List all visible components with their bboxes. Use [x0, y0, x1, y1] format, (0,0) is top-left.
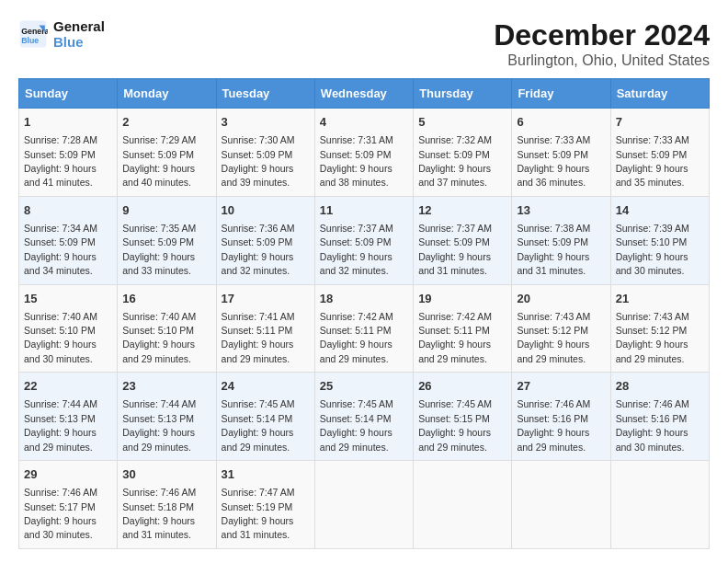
table-row: 11 Sunrise: 7:37 AM Sunset: 5:09 PM Dayl…: [314, 196, 413, 284]
day-number: 15: [24, 291, 112, 307]
daylight-label: Daylight: 9 hours and 31 minutes.: [222, 515, 294, 540]
sunset-info: Sunset: 5:10 PM: [24, 325, 96, 336]
table-row: 6 Sunrise: 7:33 AM Sunset: 5:09 PM Dayli…: [512, 109, 610, 197]
table-row: 30 Sunrise: 7:46 AM Sunset: 5:18 PM Dayl…: [118, 461, 216, 549]
sunset-info: Sunset: 5:14 PM: [222, 413, 293, 424]
day-number: 17: [222, 291, 310, 307]
sunset-info: Sunset: 5:09 PM: [122, 236, 194, 247]
daylight-label: Daylight: 9 hours and 30 minutes.: [616, 427, 688, 452]
calendar-row: 29 Sunrise: 7:46 AM Sunset: 5:17 PM Dayl…: [19, 461, 710, 549]
sunset-info: Sunset: 5:10 PM: [122, 325, 194, 336]
sunrise-info: Sunrise: 7:28 AM: [24, 134, 97, 145]
calendar-row: 1 Sunrise: 7:28 AM Sunset: 5:09 PM Dayli…: [19, 109, 710, 197]
day-number: 19: [418, 291, 506, 307]
day-number: 29: [24, 466, 112, 483]
sunrise-info: Sunrise: 7:46 AM: [24, 487, 97, 498]
daylight-label: Daylight: 9 hours and 30 minutes.: [616, 251, 688, 276]
sunset-info: Sunset: 5:09 PM: [320, 149, 392, 160]
sunset-info: Sunset: 5:09 PM: [24, 236, 96, 247]
col-friday: Friday: [512, 79, 610, 109]
day-number: 28: [616, 378, 704, 395]
daylight-label: Daylight: 9 hours and 29 minutes.: [320, 427, 392, 452]
day-number: 25: [320, 378, 408, 395]
daylight-label: Daylight: 9 hours and 39 minutes.: [222, 163, 294, 188]
daylight-label: Daylight: 9 hours and 29 minutes.: [24, 427, 97, 452]
sunrise-info: Sunrise: 7:40 AM: [24, 311, 97, 322]
table-row: 18 Sunrise: 7:42 AM Sunset: 5:11 PM Dayl…: [314, 284, 413, 373]
sunset-info: Sunset: 5:09 PM: [517, 149, 588, 160]
calendar-row: 22 Sunrise: 7:44 AM Sunset: 5:13 PM Dayl…: [19, 373, 710, 461]
table-row: [314, 461, 413, 549]
daylight-label: Daylight: 9 hours and 38 minutes.: [320, 163, 392, 188]
table-row: 21 Sunrise: 7:43 AM Sunset: 5:12 PM Dayl…: [610, 284, 709, 373]
sunrise-info: Sunrise: 7:31 AM: [320, 134, 393, 145]
sunset-info: Sunset: 5:14 PM: [320, 413, 392, 424]
daylight-label: Daylight: 9 hours and 32 minutes.: [320, 251, 392, 276]
calendar-row: 15 Sunrise: 7:40 AM Sunset: 5:10 PM Dayl…: [19, 284, 710, 373]
sunrise-info: Sunrise: 7:46 AM: [517, 398, 590, 409]
sunrise-info: Sunrise: 7:43 AM: [517, 311, 590, 322]
sunrise-info: Sunrise: 7:33 AM: [517, 134, 590, 145]
col-monday: Monday: [118, 79, 216, 109]
table-row: 13 Sunrise: 7:38 AM Sunset: 5:09 PM Dayl…: [512, 196, 610, 284]
daylight-label: Daylight: 9 hours and 40 minutes.: [122, 163, 195, 188]
daylight-label: Daylight: 9 hours and 34 minutes.: [24, 251, 97, 276]
sunset-info: Sunset: 5:17 PM: [24, 501, 96, 512]
sunset-info: Sunset: 5:10 PM: [616, 236, 688, 247]
sunset-info: Sunset: 5:09 PM: [320, 236, 392, 247]
day-number: 21: [616, 291, 704, 307]
table-row: 15 Sunrise: 7:40 AM Sunset: 5:10 PM Dayl…: [19, 284, 118, 373]
day-number: 11: [320, 202, 408, 219]
logo-icon: General Blue: [18, 19, 48, 49]
day-number: 20: [517, 291, 605, 307]
day-number: 23: [122, 378, 210, 395]
day-number: 8: [24, 202, 112, 219]
sunset-info: Sunset: 5:11 PM: [222, 325, 293, 336]
daylight-label: Daylight: 9 hours and 30 minutes.: [24, 339, 97, 363]
table-row: [512, 461, 610, 549]
sunset-info: Sunset: 5:09 PM: [616, 149, 688, 160]
sunset-info: Sunset: 5:16 PM: [517, 413, 588, 424]
logo-text: General Blue: [53, 18, 105, 50]
day-number: 26: [418, 378, 506, 395]
sunrise-info: Sunrise: 7:40 AM: [122, 311, 196, 322]
sunrise-info: Sunrise: 7:42 AM: [418, 311, 492, 322]
sunset-info: Sunset: 5:09 PM: [222, 236, 293, 247]
sunset-info: Sunset: 5:09 PM: [517, 236, 588, 247]
day-number: 9: [122, 202, 210, 219]
table-row: 24 Sunrise: 7:45 AM Sunset: 5:14 PM Dayl…: [216, 373, 314, 461]
table-row: [610, 461, 709, 549]
day-number: 18: [320, 291, 408, 307]
sunset-info: Sunset: 5:09 PM: [418, 236, 490, 247]
daylight-label: Daylight: 9 hours and 29 minutes.: [418, 427, 491, 452]
table-row: 26 Sunrise: 7:45 AM Sunset: 5:15 PM Dayl…: [414, 373, 512, 461]
table-row: 14 Sunrise: 7:39 AM Sunset: 5:10 PM Dayl…: [610, 196, 709, 284]
sunset-info: Sunset: 5:12 PM: [616, 325, 688, 336]
table-row: 19 Sunrise: 7:42 AM Sunset: 5:11 PM Dayl…: [414, 284, 512, 373]
daylight-label: Daylight: 9 hours and 31 minutes.: [122, 515, 195, 540]
day-number: 12: [418, 202, 506, 219]
sunset-info: Sunset: 5:11 PM: [320, 325, 392, 336]
daylight-label: Daylight: 9 hours and 29 minutes.: [122, 427, 195, 452]
table-row: 27 Sunrise: 7:46 AM Sunset: 5:16 PM Dayl…: [512, 373, 610, 461]
day-number: 10: [222, 202, 310, 219]
table-row: 5 Sunrise: 7:32 AM Sunset: 5:09 PM Dayli…: [414, 109, 512, 197]
page-subtitle: Burlington, Ohio, United States: [494, 52, 710, 69]
col-sunday: Sunday: [19, 79, 118, 109]
sunrise-info: Sunrise: 7:47 AM: [222, 487, 295, 498]
table-row: 31 Sunrise: 7:47 AM Sunset: 5:19 PM Dayl…: [216, 461, 314, 549]
table-row: 29 Sunrise: 7:46 AM Sunset: 5:17 PM Dayl…: [19, 461, 118, 549]
sunset-info: Sunset: 5:11 PM: [418, 325, 490, 336]
sunset-info: Sunset: 5:09 PM: [418, 149, 490, 160]
col-wednesday: Wednesday: [314, 79, 413, 109]
sunrise-info: Sunrise: 7:45 AM: [222, 398, 295, 409]
sunrise-info: Sunrise: 7:42 AM: [320, 311, 393, 322]
day-number: 13: [517, 202, 605, 219]
sunrise-info: Sunrise: 7:46 AM: [616, 398, 689, 409]
sunset-info: Sunset: 5:16 PM: [616, 413, 688, 424]
day-number: 3: [222, 114, 310, 131]
table-row: [414, 461, 512, 549]
table-row: 7 Sunrise: 7:33 AM Sunset: 5:09 PM Dayli…: [610, 109, 709, 197]
daylight-label: Daylight: 9 hours and 30 minutes.: [24, 515, 97, 540]
sunrise-info: Sunrise: 7:46 AM: [122, 487, 196, 498]
